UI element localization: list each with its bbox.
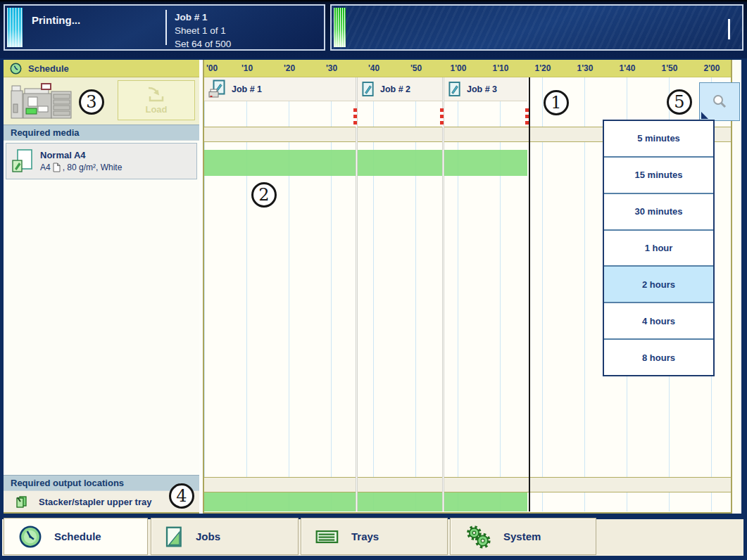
zoom-option-30min[interactable]: 30 minutes: [604, 194, 713, 231]
job-cell-1[interactable]: Job # 1: [204, 77, 356, 101]
media-pages-icon: [6, 148, 40, 174]
current-job-info: Job # 1 Sheet 1 of 1 Set 64 of 500: [175, 11, 231, 51]
output-job-bar: [444, 492, 527, 511]
printing-job-icon: [208, 79, 227, 98]
media-list-empty-area: [4, 182, 199, 475]
trays-icon: [315, 528, 339, 545]
schedule-end-line: [529, 77, 530, 511]
job-boundary-marker: [353, 108, 357, 127]
tab-trays-label: Trays: [351, 530, 379, 542]
job-label: Job # 2: [380, 84, 410, 94]
clock-icon: [10, 63, 22, 75]
tab-jobs[interactable]: Jobs: [151, 518, 299, 555]
zoom-option-5min[interactable]: 5 minutes: [604, 121, 713, 158]
status-divider: [165, 10, 167, 45]
output-tray-icon: [15, 495, 27, 508]
job-icon: [448, 81, 462, 98]
job-boundary-marker: [525, 108, 529, 127]
timeline-right-gutter: [732, 60, 741, 514]
callout-1: 1: [544, 90, 569, 115]
output-job-bar: [204, 492, 356, 511]
tab-system-label: System: [503, 530, 541, 542]
scheduled-job-bar: [444, 150, 527, 176]
media-detail-suffix: , 80 g/m², White: [63, 163, 123, 172]
required-output-header: Required output locations: [4, 475, 199, 491]
scheduled-job-bar: [204, 150, 356, 176]
job-label: Job # 1: [232, 84, 262, 94]
bottom-tab-bar: Schedule Jobs Trays: [0, 515, 747, 560]
current-job-title: Job # 1: [175, 11, 231, 24]
ruler-tick: 1'30: [577, 63, 594, 73]
gears-icon: [465, 525, 491, 549]
load-button[interactable]: Load: [118, 80, 195, 120]
progress-panel: [330, 4, 743, 51]
job-separator: [442, 77, 444, 511]
tab-trays[interactable]: Trays: [301, 518, 448, 555]
required-media-list: Normal A4 A4 , 80 g/m², White: [4, 141, 199, 182]
zoom-option-2h[interactable]: 2 hours: [604, 267, 713, 303]
printer-scheduler-window: Printing... Job # 1 Sheet 1 of 1 Set 64 …: [0, 0, 747, 560]
ruler-tick: '50: [410, 63, 422, 73]
zoom-option-1h[interactable]: 1 hour: [604, 231, 713, 267]
media-size: A4: [40, 163, 51, 172]
magnifier-icon: [710, 92, 729, 112]
media-name: Normal A4: [40, 150, 122, 160]
ruler-tick: 1'20: [535, 63, 551, 73]
current-set-count: Set 64 of 500: [175, 37, 231, 51]
load-button-label: Load: [145, 104, 167, 115]
schedule-side-panel: Schedule: [4, 60, 199, 514]
tab-schedule[interactable]: Schedule: [4, 518, 148, 555]
job-boundary-marker: [440, 108, 444, 127]
ruler-tick: '40: [368, 63, 379, 73]
printing-activity-indicator: [7, 8, 23, 47]
callout-4: 4: [169, 483, 194, 509]
ruler-tick: 1'40: [620, 63, 636, 73]
ruler-tick: '00: [206, 63, 218, 73]
current-sheet-count: Sheet 1 of 1: [175, 24, 231, 37]
sheet-icon: [53, 163, 61, 172]
callout-3: 3: [79, 89, 104, 115]
media-list-item[interactable]: Normal A4 A4 , 80 g/m², White: [6, 143, 197, 179]
ruler-tick: 1'00: [451, 63, 467, 73]
job-cell-2[interactable]: Job # 2: [358, 77, 442, 101]
ruler-tick: '20: [284, 63, 295, 73]
load-arrow-icon: [144, 86, 168, 103]
ruler-tick: 1'10: [493, 63, 509, 73]
clock-icon: [18, 525, 42, 549]
printer-status-box: Printing... Job # 1 Sheet 1 of 1 Set 64 …: [4, 4, 325, 51]
job-separator: [356, 77, 358, 511]
tab-schedule-label: Schedule: [54, 530, 101, 542]
required-media-header: Required media: [4, 125, 199, 141]
tab-system[interactable]: System: [450, 518, 596, 555]
ruler-tick: 1'50: [662, 63, 678, 73]
ruler-tick: 2'00: [704, 63, 720, 73]
job-progress-indicator: [334, 8, 346, 47]
ruler-tick: '10: [241, 63, 253, 73]
zoom-option-4h[interactable]: 4 hours: [604, 303, 713, 340]
printer-status-text: Printing...: [32, 14, 80, 26]
zoom-range-menu: 5 minutes 15 minutes 30 minutes 1 hour 2…: [603, 120, 715, 376]
jobs-page-icon: [165, 526, 184, 547]
output-job-bar: [358, 492, 442, 511]
callout-2: 2: [251, 182, 277, 208]
time-ruler: '00 '10 '20 '30 '40 '50 1'00 1'10 1'20 1…: [204, 60, 731, 77]
zoom-option-8h[interactable]: 8 hours: [604, 340, 713, 375]
output-location-label: Stacker/stapler upper tray: [39, 497, 151, 507]
media-item-text: Normal A4 A4 , 80 g/m², White: [40, 150, 122, 172]
schedule-panel-header: Schedule: [4, 60, 199, 77]
tab-jobs-label: Jobs: [196, 530, 220, 542]
zoom-option-15min[interactable]: 15 minutes: [604, 158, 713, 194]
job-icon: [362, 81, 375, 98]
progress-end-marker: [728, 19, 730, 39]
zoom-range-button[interactable]: [699, 82, 740, 121]
ruler-tick: '30: [326, 63, 337, 73]
job-label: Job # 3: [467, 84, 497, 94]
top-status-bar: Printing... Job # 1 Sheet 1 of 1 Set 64 …: [0, 0, 747, 58]
media-band-bottom: [204, 477, 731, 492]
callout-5: 5: [667, 89, 692, 115]
job-cell-3[interactable]: Job # 3: [444, 77, 527, 101]
media-details: A4 , 80 g/m², White: [40, 163, 122, 172]
printer-illustration: [11, 83, 73, 120]
schedule-panel-title: Schedule: [28, 63, 69, 74]
scheduled-job-bar: [358, 150, 442, 176]
